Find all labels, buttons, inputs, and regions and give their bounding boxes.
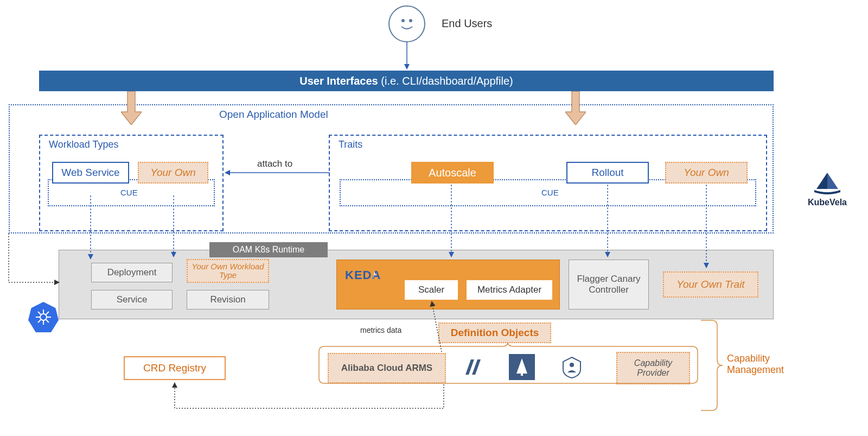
metrics-adapter-card: Metrics Adapter — [467, 280, 552, 300]
provider-icon-3 — [559, 354, 585, 380]
provider-icon-1 — [460, 354, 486, 380]
big-arrow-left-icon — [121, 91, 142, 125]
svg-point-4 — [40, 314, 47, 320]
scaler-card: Scaler — [405, 280, 458, 300]
runtime-tab: OAM K8s Runtime — [209, 242, 328, 257]
web-service-card: Web Service — [52, 162, 129, 184]
crd-registry-card: CRD Registry — [124, 356, 226, 380]
big-arrow-right-icon — [565, 91, 586, 125]
svg-line-12 — [38, 320, 41, 323]
keda-logo: KEDA — [345, 268, 381, 282]
svg-rect-13 — [521, 370, 523, 376]
definition-objects-label: Definition Objects — [438, 323, 551, 343]
traits-your-own-card: Your Own — [665, 162, 748, 184]
flagger-card: Flagger Canary Controller — [569, 260, 649, 309]
own-workload-card: Your Own Workload Type — [187, 259, 269, 283]
svg-line-9 — [38, 312, 41, 314]
workload-your-own-card: Your Own — [138, 162, 208, 184]
ui-bar-rest: (i.e. CLI/dashboard/Appfile) — [378, 75, 513, 87]
deployment-card: Deployment — [91, 263, 173, 282]
own-trait-card: Your Own Trait — [663, 271, 758, 298]
svg-point-1 — [409, 19, 412, 22]
ui-bar-bold: User Interfaces — [299, 75, 378, 87]
traits-cue-label: CUE — [541, 188, 559, 197]
oam-label: Open Application Model — [219, 109, 328, 121]
alibaba-arms-card: Alibaba Cloud ARMS — [328, 353, 446, 383]
svg-line-10 — [46, 320, 49, 323]
workload-types-title: Workload Types — [49, 139, 118, 150]
end-users-icon — [388, 5, 425, 42]
traits-title: Traits — [339, 139, 362, 150]
revision-card: Revision — [187, 290, 269, 309]
workload-cue-label: CUE — [120, 188, 138, 197]
kubernetes-icon — [28, 302, 59, 332]
user-interfaces-bar: User Interfaces (i.e. CLI/dashboard/Appf… — [39, 71, 774, 91]
rollout-card: Rollout — [566, 162, 649, 184]
autoscale-card: Autoscale — [411, 162, 494, 184]
attach-to-label: attach to — [257, 159, 292, 169]
svg-line-11 — [46, 312, 49, 314]
svg-point-14 — [570, 363, 574, 367]
end-users-label: End Users — [442, 17, 492, 30]
capability-provider-card: Capability Provider — [616, 352, 690, 384]
provider-icon-2 — [509, 354, 535, 380]
svg-point-0 — [401, 19, 405, 22]
metrics-data-label: metrics data — [360, 326, 401, 334]
service-card: Service — [91, 290, 173, 309]
kubevela-logo: KubeVela — [803, 168, 852, 207]
capability-management-label: Capability Management — [727, 353, 792, 376]
